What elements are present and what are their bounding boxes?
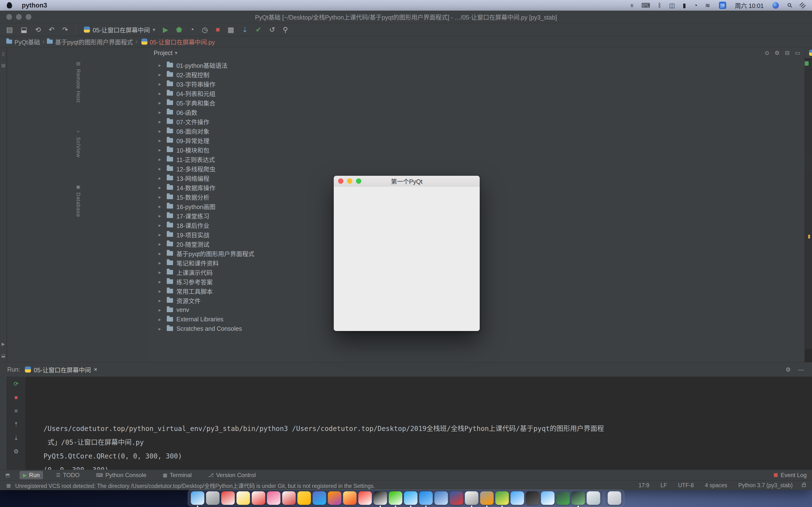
chevron-right-icon[interactable]: ▸: [158, 157, 164, 162]
chevron-right-icon[interactable]: ▸: [158, 109, 164, 115]
run-tab[interactable]: 05-让窗口在屏幕中间 ×: [25, 365, 97, 374]
inspections-ok-icon[interactable]: [805, 61, 809, 66]
dock-mail[interactable]: [419, 491, 433, 505]
chevron-right-icon[interactable]: ▸: [158, 270, 164, 275]
code-line[interactable]: 29 w.move(x - width / 2, y - height / 2): [805, 321, 812, 335]
code-line[interactable]: 19 # 课堂练习：让窗口显示在屏幕中间: [805, 184, 812, 198]
code-line[interactable]: 16 # 将窗口放置在屏幕左上角: [805, 143, 812, 156]
tree-item[interactable]: ▸ 03-字符串操作: [149, 79, 805, 89]
zoom-window-icon[interactable]: [26, 14, 32, 20]
tool-windows-toggle-icon[interactable]: ⬒: [5, 472, 10, 478]
up-stacktrace-icon[interactable]: ⇡: [13, 421, 18, 428]
run-configuration-select[interactable]: 05-让窗口在屏幕中间 ▾: [84, 25, 155, 34]
search-everywhere-button[interactable]: ⚲: [283, 25, 288, 34]
dock-wechat[interactable]: [389, 491, 402, 505]
project-panel-header[interactable]: Project ▾ ⊙⚙⊟▭: [149, 47, 805, 58]
status-widget[interactable]: Python 3.7 (py3_stab): [738, 482, 793, 489]
chevron-right-icon[interactable]: ▸: [158, 279, 164, 285]
warning-stripe-mark[interactable]: [808, 235, 810, 238]
tool-window-tab[interactable]: ☰ TODO: [53, 471, 83, 479]
chevron-right-icon[interactable]: ▸: [158, 137, 164, 144]
chevron-right-icon[interactable]: ▸: [158, 100, 164, 106]
chevron-right-icon[interactable]: ▸: [158, 317, 164, 322]
chevron-right-icon[interactable]: ▸: [158, 232, 164, 237]
dock-app-17[interactable]: [435, 491, 448, 505]
keyboard-brightness-icon[interactable]: ⌨: [642, 2, 650, 9]
breadcrumb-segment[interactable]: PyQt基础 ›: [6, 38, 45, 46]
tree-item[interactable]: ▸ 01-python基础语法: [149, 60, 805, 70]
dock-app-27[interactable]: [587, 491, 600, 505]
window-title-bar[interactable]: PyQt基础 [~/Desktop/全栈Python上课代码/基于pyqt的图形…: [0, 11, 812, 23]
chevron-right-icon[interactable]: ▸: [158, 204, 164, 209]
coverage-button[interactable]: ◔: [190, 25, 194, 34]
undo-icon[interactable]: ↶: [49, 25, 54, 34]
dock-photos[interactable]: [328, 491, 342, 505]
chevron-right-icon[interactable]: ▸: [158, 128, 164, 134]
code-line[interactable]: 15: [805, 129, 812, 143]
tool-database[interactable]: ▣ Database: [75, 184, 82, 217]
chevron-right-icon[interactable]: ▸: [158, 91, 164, 96]
time-machine-icon[interactable]: ◔: [694, 2, 698, 9]
chevron-right-icon[interactable]: ▸: [158, 307, 164, 313]
dock-app-21[interactable]: [495, 491, 509, 505]
dock-launchpad[interactable]: [206, 491, 220, 505]
console-menu-icon[interactable]: ≡: [14, 407, 18, 414]
dock-app-22[interactable]: [511, 491, 524, 505]
rerun-icon[interactable]: ⟳: [13, 381, 18, 387]
down-stacktrace-icon[interactable]: ⇣: [13, 435, 18, 441]
chevron-right-icon[interactable]: ▸: [158, 326, 164, 332]
tool-window-tab[interactable]: ⌨ Python Console: [93, 471, 150, 479]
lock-icon[interactable]: [802, 484, 806, 487]
dock-trash[interactable]: [608, 491, 621, 505]
code-line[interactable]: 24 # w.move(x-150, y-150): [805, 252, 812, 266]
tool-remote-host[interactable]: ▤ Remote Host: [75, 61, 82, 103]
breadcrumb-file[interactable]: 05-让窗口在屏幕中间.py: [141, 38, 215, 46]
status-widget[interactable]: 17:9: [639, 482, 649, 489]
dock-finder[interactable]: [191, 491, 204, 505]
chevron-right-icon[interactable]: ▸: [158, 298, 164, 303]
console-output[interactable]: /Users/codetutor.top/python_virtual_env/…: [26, 377, 812, 469]
tool-window-tab[interactable]: ⎇ Version Control: [205, 471, 259, 479]
tree-item[interactable]: ▸ 05-字典和集合: [149, 98, 805, 107]
dock-notes[interactable]: [237, 491, 250, 505]
code-line[interactable]: 11 w.setWindowTitle("第一个PyQt"): [805, 74, 812, 88]
chevron-right-icon[interactable]: ▸: [158, 222, 164, 228]
apple-menu-icon[interactable]: [7, 2, 12, 8]
tool-window-tab[interactable]: ▦ Terminal: [159, 471, 195, 479]
code-line[interactable]: 23 # w.move(x, y): [805, 239, 812, 252]
dock-app-24[interactable]: [541, 491, 555, 505]
tree-item[interactable]: ▸ 06-函数: [149, 107, 805, 117]
code-line[interactable]: 25 print(w.frameGeometry()): [805, 266, 812, 280]
wifi-icon[interactable]: ≋: [705, 2, 710, 9]
dock-app-3[interactable]: [221, 491, 235, 505]
chevron-right-icon[interactable]: ▸: [158, 72, 164, 77]
dock-app-18[interactable]: [450, 491, 463, 505]
favorites-stripe-icon[interactable]: ⬓: [1, 353, 5, 358]
chevron-right-icon[interactable]: ▸: [158, 250, 164, 257]
code-line[interactable]: 18: [805, 170, 812, 184]
chevron-right-icon[interactable]: ▸: [158, 119, 164, 125]
dock-app-6[interactable]: [267, 491, 281, 505]
stop-console-icon[interactable]: ■: [14, 394, 18, 401]
pyqt-title-bar[interactable]: 第一个PyQt: [334, 176, 480, 186]
camera-icon[interactable]: ⌽: [630, 2, 633, 9]
dock-pycharm[interactable]: [571, 491, 585, 505]
chevron-right-icon[interactable]: ▸: [158, 81, 164, 87]
status-widget[interactable]: UTF-8: [678, 482, 694, 489]
dock-app-11[interactable]: [343, 491, 357, 505]
minimize-window-icon[interactable]: [16, 14, 22, 20]
run-stripe-icon[interactable]: ▶: [2, 341, 5, 347]
sync-icon[interactable]: ⟲: [35, 25, 41, 34]
tree-item[interactable]: ▸ 02-流程控制: [149, 70, 805, 79]
code-line[interactable]: 27 print(type(w.frameGeometry().getRect(…: [805, 294, 812, 307]
app-menu-title[interactable]: python3: [22, 2, 47, 9]
collapse-all-icon[interactable]: ⊟: [785, 50, 790, 56]
close-window-icon[interactable]: [6, 14, 12, 20]
hide-panel-icon[interactable]: ▭: [795, 50, 800, 56]
code-line[interactable]: 17 # w.move(0, 0): [805, 156, 812, 170]
status-widget[interactable]: 4 spaces: [705, 482, 727, 489]
breadcrumb-segment[interactable]: 基于pyqt的图形用户界面程式 ›: [47, 38, 138, 46]
debug-button[interactable]: ⬟: [176, 25, 182, 34]
chevron-right-icon[interactable]: ▸: [158, 288, 164, 294]
display-icon[interactable]: ◫: [669, 2, 675, 9]
